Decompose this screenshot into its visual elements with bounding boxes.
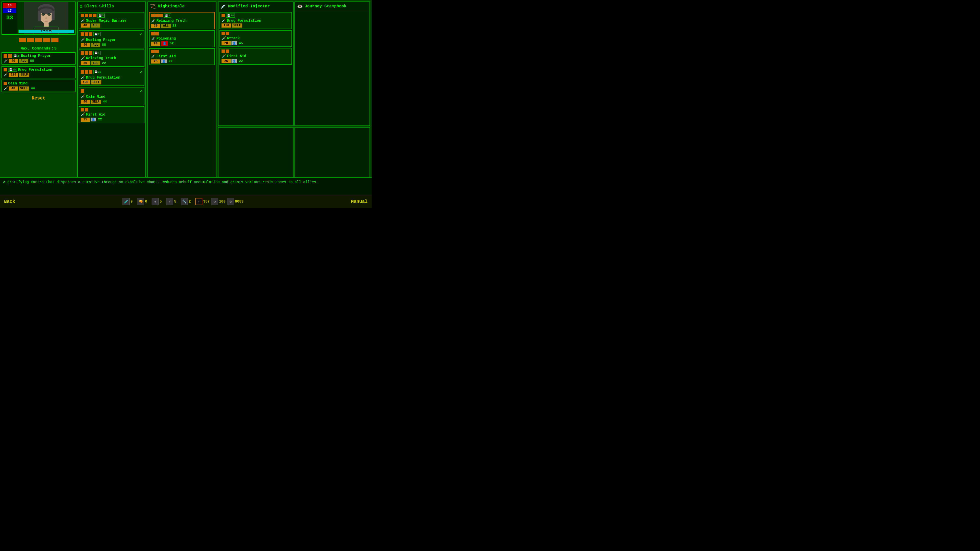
- potion-icon: 🧪: [123, 198, 130, 205]
- item-bullet: 🔫 0: [137, 198, 150, 205]
- bullet-count: 0: [145, 200, 150, 203]
- max-commands-label: Max. Commands：3: [2, 45, 76, 51]
- target-box: SELF: [19, 86, 29, 91]
- bottom-items: 🧪 9 🔫 0 ⚗️ 5 ⚡ 5 🔧 2 ✦ 357 ⚙️ 100 ⚙️: [15, 198, 351, 205]
- skill-icon: 🗡️: [81, 18, 85, 23]
- hp-label: 14: [3, 3, 16, 8]
- injector-icon: 💉: [221, 3, 226, 9]
- nightingale-panel: 🏹 Nightingale 💾1 🗡️ Relaxing Truth 30: [148, 2, 216, 193]
- tool-count: 2: [189, 200, 194, 203]
- save-num: 10: [13, 68, 16, 71]
- skill-name: First Aid: [227, 54, 246, 58]
- class-skill-first-aid[interactable]: 🗡️ First Aid 25 👤 22: [79, 106, 145, 123]
- command-pips-row: [2, 36, 76, 44]
- class-skill-healing-prayer[interactable]: 💾2 ✓ 🗡️ Healing Prayer 40 ALL 88: [79, 30, 145, 48]
- item-star: ✦ 357: [195, 198, 210, 205]
- injector-skill-attack[interactable]: 🗡️ Attack 20 👤 45: [220, 30, 292, 47]
- skill-name: Healing Prayer: [86, 38, 116, 42]
- nightingale-icon: 🏹: [150, 3, 156, 9]
- hp-bar-text: 125/125: [19, 30, 74, 33]
- pip-5: [51, 38, 59, 42]
- tool-icon: 🔧: [181, 198, 188, 205]
- save-icon: 💾: [9, 68, 12, 71]
- skill-name: Relaxing Truth: [156, 19, 186, 23]
- portrait-box: 14 17 33: [2, 2, 76, 35]
- command-pips: [19, 37, 59, 43]
- potion-count: 9: [130, 200, 135, 203]
- mp-label: 17: [3, 8, 16, 13]
- skill-icon: 🗡️: [81, 56, 85, 60]
- description-bar: A gratifying mantra that disperses a cur…: [0, 177, 372, 195]
- class-skill-super-magic-barrier[interactable]: 💾5 🗡️ Super Magic Barrier 40 ALL: [79, 12, 145, 29]
- class-skill-relaxing-truth[interactable]: 💾1 🗡️ Relaxing Truth 30 ALL 22: [79, 49, 145, 67]
- item-tool: 🔧 2: [181, 198, 194, 205]
- nightingale-skill-poisoning[interactable]: 🗡️ Poisoning 20 👤 52: [149, 30, 215, 47]
- bottom-bar: Back 🧪 9 🔫 0 ⚗️ 5 ⚡ 5 🔧 2 ✦ 357 ⚙️ 10: [0, 195, 372, 208]
- class-skill-drug-formulation[interactable]: 💾10 ✓ 🗡️ Drug Formulation 120 SELF: [79, 68, 145, 86]
- skill-icon: 🗡️: [81, 38, 85, 42]
- nightingale-title: Nightingale: [158, 4, 185, 9]
- nightingale-skill-relaxing-truth[interactable]: 💾1 🗡️ Relaxing Truth 30 ALL 22: [149, 12, 215, 29]
- item-potion: 🧪 9: [123, 198, 135, 205]
- nightingale-skill-first-aid[interactable]: 🗡️ First Aid 25 👤 22: [149, 48, 215, 65]
- gear2-icon: ⚙️: [227, 198, 234, 205]
- main-area: 14 17 33: [0, 0, 372, 195]
- bullet-icon: 🔫: [137, 198, 144, 205]
- class-skills-title: Class Skills: [84, 4, 114, 9]
- reset-button[interactable]: Reset: [2, 94, 76, 103]
- injector-content: 💾10 🗡️ Drug Formulation 120 SELF: [218, 11, 293, 125]
- back-button[interactable]: Back: [4, 199, 15, 204]
- stampbook-title: Journey Stampbook: [305, 4, 346, 9]
- skill-name: Attack: [227, 36, 240, 40]
- nightingale-header: 🏹 Nightingale: [148, 2, 216, 11]
- class-skills-content: 💾5 🗡️ Super Magic Barrier 40 ALL 💾2: [78, 11, 145, 193]
- power-num: 88: [29, 59, 35, 63]
- description-text: A gratifying mantra that disperses a cur…: [3, 180, 318, 184]
- manual-button[interactable]: Manual: [351, 199, 368, 204]
- injector-skill-drug-formulation[interactable]: 💾10 🗡️ Drug Formulation 120 SELF: [220, 12, 292, 29]
- save-badge: 💾 10: [8, 68, 17, 72]
- skill-icon: 🗡️: [151, 18, 156, 23]
- pip-1: [19, 38, 26, 42]
- equipped-skill-calm-mind[interactable]: Calm Mind 🗡️ 40 SELF 44: [2, 80, 76, 92]
- panel-header: ⚙️ Class Skills: [78, 2, 145, 11]
- level-num: 33: [3, 14, 16, 22]
- target-box: ALL: [19, 59, 28, 63]
- class-skill-calm-mind[interactable]: ✓ 🗡️ Calm Mind 40 SELF 44: [79, 87, 145, 105]
- injector-title: Modified Injector: [228, 4, 270, 9]
- gear1-count: 100: [219, 200, 225, 203]
- gear1-icon: ⚙️: [211, 198, 218, 205]
- equipped-skill-healing-prayer[interactable]: 💾 2 Healing Prayer 🗡️ 40 ALL 88: [2, 52, 76, 65]
- energy-icon: ⚡: [166, 198, 173, 205]
- skill-icon: 🗡️: [221, 36, 226, 40]
- pip-orange-1: [3, 54, 7, 58]
- class-skills-icon: ⚙️: [80, 3, 83, 9]
- pip-orange-1: [3, 82, 7, 85]
- skill-name: Drug Formulation: [86, 76, 120, 79]
- injector-skill-first-aid[interactable]: 🗡️ First Aid 25 👤 22: [220, 48, 292, 65]
- skill-name: Poisoning: [156, 37, 176, 41]
- journey-stampbook-panel: 👁️ Journey Stampbook: [294, 2, 370, 126]
- target-box: SELF: [19, 73, 30, 77]
- skill-name: Super Magic Barrier: [86, 19, 127, 23]
- cost-box: 120: [9, 73, 18, 77]
- stampbook-icon: 👁️: [297, 3, 303, 9]
- item-gear2: ⚙️ 8083: [227, 198, 244, 205]
- class-skills-panel: ⚙️ Class Skills 💾5 🗡️ Super Magic Barrie…: [77, 2, 146, 193]
- skill-icon: 🗡️: [221, 54, 226, 58]
- save-icon: 💾: [14, 54, 17, 57]
- energy-count: 5: [174, 200, 179, 203]
- save-badge: 💾 2: [13, 54, 20, 58]
- skill-icon: 🗡️: [151, 36, 156, 41]
- char-stats: 14 17 33: [2, 2, 18, 34]
- svg-point-7: [42, 14, 44, 15]
- skill-icon: 🗡️: [3, 73, 8, 77]
- gear2-count: 8083: [235, 200, 244, 203]
- item-gear1: ⚙️ 100: [211, 198, 225, 205]
- injector-header: 💉 Modified Injector: [218, 2, 293, 11]
- equipped-skill-drug-formulation[interactable]: 💾 10 Drug Formulation 🗡️ 120 SELF: [2, 66, 76, 78]
- stampbook-header: 👁️ Journey Stampbook: [295, 2, 369, 11]
- right-top: 💉 Modified Injector 💾10 🗡️ Drug Formulat…: [218, 2, 370, 126]
- skill-icon: 🗡️: [221, 18, 226, 23]
- cost-box: 40: [9, 86, 18, 91]
